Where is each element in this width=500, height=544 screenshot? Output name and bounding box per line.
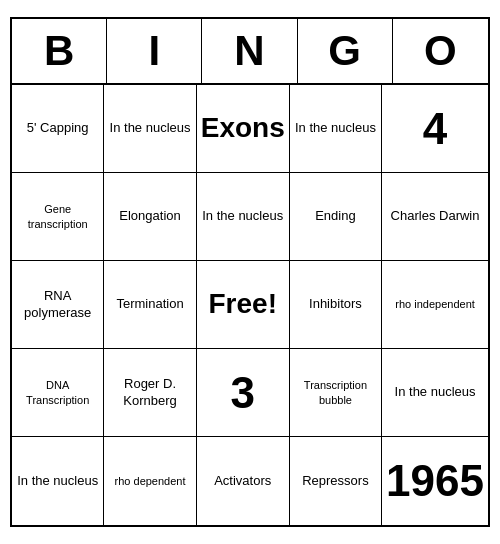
bingo-cell: Inhibitors xyxy=(290,261,382,349)
bingo-cell: In the nucleus xyxy=(197,173,290,261)
header-letter: O xyxy=(393,19,488,83)
bingo-cell: 1965 xyxy=(382,437,488,525)
bingo-cell: Gene transcription xyxy=(12,173,104,261)
bingo-cell: Free! xyxy=(197,261,290,349)
bingo-cell: Transcription bubble xyxy=(290,349,382,437)
bingo-cell: Charles Darwin xyxy=(382,173,488,261)
bingo-cell: In the nucleus xyxy=(290,85,382,173)
bingo-cell: Exons xyxy=(197,85,290,173)
bingo-grid: 5' CappingIn the nucleusExonsIn the nucl… xyxy=(12,85,488,525)
bingo-cell: rho independent xyxy=(382,261,488,349)
bingo-cell: 5' Capping xyxy=(12,85,104,173)
bingo-cell: 4 xyxy=(382,85,488,173)
bingo-cell: DNA Transcription xyxy=(12,349,104,437)
bingo-cell: Roger D. Kornberg xyxy=(104,349,196,437)
bingo-cell: rho dependent xyxy=(104,437,196,525)
bingo-cell: Elongation xyxy=(104,173,196,261)
bingo-cell: Repressors xyxy=(290,437,382,525)
bingo-cell: RNA polymerase xyxy=(12,261,104,349)
bingo-cell: In the nucleus xyxy=(104,85,196,173)
header-letter: G xyxy=(298,19,393,83)
bingo-cell: 3 xyxy=(197,349,290,437)
bingo-header: BINGO xyxy=(12,19,488,85)
header-letter: B xyxy=(12,19,107,83)
header-letter: I xyxy=(107,19,202,83)
bingo-card: BINGO 5' CappingIn the nucleusExonsIn th… xyxy=(10,17,490,527)
bingo-cell: Activators xyxy=(197,437,290,525)
bingo-cell: Termination xyxy=(104,261,196,349)
header-letter: N xyxy=(202,19,297,83)
bingo-cell: Ending xyxy=(290,173,382,261)
bingo-cell: In the nucleus xyxy=(382,349,488,437)
bingo-cell: In the nucleus xyxy=(12,437,104,525)
